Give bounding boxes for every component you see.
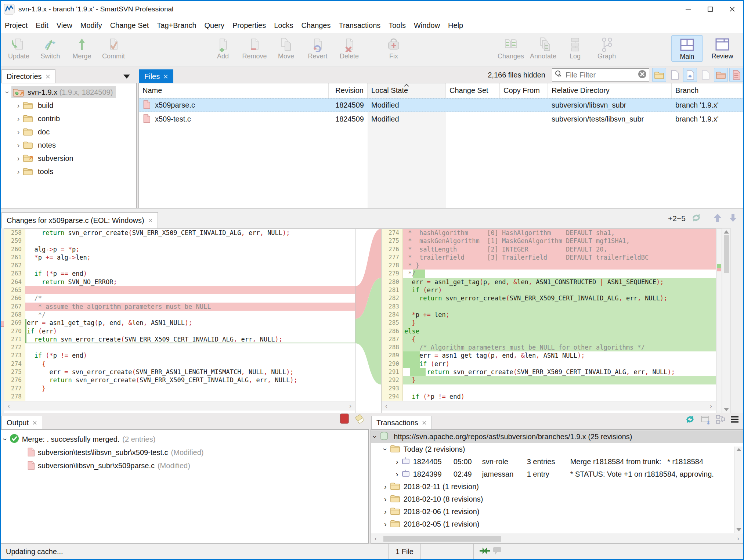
menu-item-project[interactable]: Project — [1, 21, 32, 30]
caret-icon[interactable]: › — [14, 128, 22, 136]
menu-item-tools[interactable]: Tools — [384, 21, 410, 30]
caret-icon[interactable]: › — [384, 520, 387, 528]
menu-item-changes[interactable]: Changes — [297, 21, 335, 30]
search-icon[interactable] — [555, 70, 563, 80]
diff-line-left-271[interactable]: 271 return svn_error_create(SVN_ERR_X509… — [4, 335, 355, 343]
diff-line-left-275[interactable]: 275 err = svn_error_create(SVN_ERR_ASN1_… — [4, 368, 355, 376]
diff-line-left-274[interactable]: 274 { — [4, 360, 355, 368]
diff-line-right-278[interactable]: 278 * } — [382, 261, 716, 270]
sidebar-item-doc[interactable]: ›doc — [14, 125, 136, 138]
diff-left-code[interactable]: 258 return svn_error_create(SVN_ERR_X509… — [4, 229, 355, 401]
caret-icon[interactable]: › — [14, 141, 22, 149]
diff-line-left-259[interactable]: 259 — [4, 237, 355, 245]
diff-line-right-292[interactable]: 292 } — [382, 376, 716, 384]
chevron-down-icon[interactable] — [123, 75, 130, 79]
horizontal-scrollbar[interactable]: ‹› — [4, 401, 355, 411]
caret-icon[interactable]: › — [381, 448, 390, 451]
diff-line-left-258[interactable]: 258 return svn_error_create(SVN_ERR_X509… — [4, 229, 355, 237]
revision-row[interactable]: ›182440505:00svn-role3 entriesMerge r181… — [371, 455, 743, 468]
diff-line-left-270[interactable]: 270if (err) — [4, 327, 355, 335]
caret-icon[interactable]: › — [396, 470, 398, 478]
vertical-scrollbar[interactable] — [734, 447, 743, 533]
tab-changes-file[interactable]: Changes for x509parse.c (EOL: Windows) — [1, 212, 158, 228]
diff-line-right-275[interactable]: 275 * maskGenAlgorithm [1] MaskGenAlgori… — [382, 237, 716, 245]
diff-line-right-287[interactable]: 287 { — [382, 335, 716, 343]
refresh-transactions-icon[interactable] — [685, 414, 696, 426]
output-file-row[interactable]: subversion\tests\libsvn_subr\x509-test.c… — [27, 446, 368, 459]
diff-line-right-291[interactable]: 291 return svn_error_create(SVN_ERR_X509… — [382, 368, 716, 376]
diff-line-left-269[interactable]: 269err = asn1_get_tag(p, end, &len, ASN1… — [4, 319, 355, 327]
diff-line-left-262[interactable]: 262 — [4, 261, 355, 270]
changes-button[interactable]: Changes — [495, 35, 527, 61]
tab-directories[interactable]: Directories — [1, 69, 55, 83]
maximize-button[interactable] — [699, 1, 721, 18]
caret-icon[interactable]: › — [3, 88, 12, 96]
diff-line-right-288[interactable]: 288 /* Algorithm parameters must be NULL… — [382, 343, 716, 351]
caret-icon[interactable]: › — [384, 507, 387, 516]
diff-overview-strip[interactable] — [716, 228, 722, 413]
caret-icon[interactable]: › — [14, 167, 22, 176]
diff-line-right-281[interactable]: 281 if (err) — [382, 286, 716, 294]
diff-line-right-290[interactable]: 290 if (err) — [382, 360, 716, 368]
column-header-relative-directory[interactable]: Relative Directory — [548, 83, 672, 98]
column-header-local-state[interactable]: Local State — [368, 83, 446, 98]
menu-item-tag-branch[interactable]: Tag+Branch — [153, 21, 200, 30]
diff-line-right-274[interactable]: 274 * hashAlgorithm [0] HashAlgorithm DE… — [382, 229, 716, 237]
diff-line-left-265[interactable]: 265 — [4, 286, 355, 294]
menu-item-window[interactable]: Window — [410, 21, 444, 30]
menu-item-help[interactable]: Help — [444, 21, 467, 30]
diff-line-left-277[interactable]: 277 } — [4, 384, 355, 393]
diff-line-left-261[interactable]: 261 *p += alg->len; — [4, 253, 355, 261]
column-header-copy-from[interactable]: Copy From — [500, 83, 548, 98]
diff-line-left-272[interactable]: 272 — [4, 343, 355, 351]
vertical-scrollbar[interactable] — [722, 228, 731, 413]
annotate-button[interactable]: Annotate — [527, 35, 559, 61]
diff-line-right-276[interactable]: 276 * saltLength [2] INTEGER DEFAULT 20, — [382, 245, 716, 253]
remove-button[interactable]: Remove — [239, 35, 270, 61]
diff-line-left-264[interactable]: 264 return SVN_NO_ERROR; — [4, 278, 355, 286]
change-edge-marker[interactable] — [1, 321, 4, 327]
close-icon[interactable] — [32, 420, 37, 425]
diff-line-right-277[interactable]: 277 * trailerField [3] TrailerField DEFA… — [382, 253, 716, 261]
diff-line-right-279[interactable]: 279 */ — [382, 270, 716, 278]
merge-button[interactable]: Merge — [66, 35, 98, 61]
diff-line-left-267[interactable]: 267 * assume the algorithm parameters mu… — [4, 303, 355, 311]
menu-item-change-set[interactable]: Change Set — [106, 21, 153, 30]
diff-line-right-284[interactable]: 284 *p += len; — [382, 311, 716, 319]
add-button[interactable]: Add — [207, 35, 239, 61]
diff-line-right-285[interactable]: 285 } — [382, 319, 716, 327]
diff-line-left-266[interactable]: 266 /* — [4, 294, 355, 302]
diff-line-right-294[interactable]: 294 if (*p != end) — [382, 393, 716, 401]
transactions-repository-row[interactable]: › https://svn.apache.org/repos/asf/subve… — [371, 430, 743, 443]
menu-icon[interactable] — [730, 415, 740, 426]
update-button[interactable]: Update — [3, 35, 35, 61]
comment-bubble-icon[interactable] — [492, 546, 502, 557]
show-file-log-button[interactable] — [729, 68, 743, 82]
transactions-date-row[interactable]: ›2018-02-05 (1 revision) — [371, 518, 743, 530]
log-button[interactable]: Log — [559, 35, 591, 61]
tab-transactions[interactable]: Transactions — [371, 416, 432, 429]
stop-button[interactable] — [339, 412, 350, 426]
caret-icon[interactable]: › — [384, 495, 387, 503]
caret-icon[interactable]: › — [14, 115, 22, 123]
close-icon[interactable] — [422, 420, 427, 425]
menu-item-modify[interactable]: Modify — [76, 21, 106, 30]
diff-line-right-283[interactable]: 283 — [382, 303, 716, 311]
caret-icon[interactable]: › — [396, 458, 398, 466]
show-new-files-button[interactable] — [668, 68, 682, 82]
diff-line-right-280[interactable]: 280 err = asn1_get_tag(p, end, &len, ASN… — [382, 278, 716, 286]
refresh-icon[interactable] — [691, 212, 702, 225]
horizontal-scrollbar[interactable]: ‹› — [382, 401, 716, 411]
close-icon[interactable] — [46, 74, 50, 79]
switch-button[interactable]: Switch — [35, 35, 66, 61]
scroll-down-icon[interactable] — [724, 408, 729, 411]
diff-line-left-268[interactable]: 268 */ — [4, 311, 355, 319]
commit-button[interactable]: Commit — [98, 35, 129, 61]
diff-line-right-282[interactable]: 282 return svn_error_create(SVN_ERR_X509… — [382, 294, 716, 302]
view-main-button[interactable]: Main — [671, 35, 703, 62]
caret-icon[interactable]: › — [1, 438, 10, 441]
scrollbar-thumb[interactable] — [383, 536, 501, 542]
diff-right-code[interactable]: 274 * hashAlgorithm [0] HashAlgorithm DE… — [382, 229, 716, 401]
tab-output[interactable]: Output — [1, 416, 42, 429]
revert-button[interactable]: Revert — [302, 35, 333, 61]
